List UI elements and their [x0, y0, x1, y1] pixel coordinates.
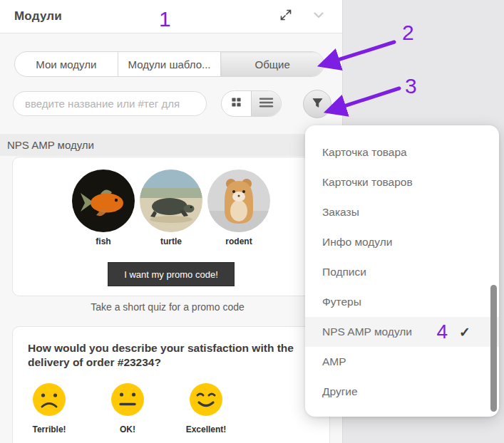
dropdown-item-label: Футеры: [322, 296, 361, 308]
view-toggle: [221, 90, 282, 117]
annotation-1: 1: [159, 9, 171, 30]
dropdown-item-info-modules[interactable]: Инфо модули: [305, 227, 499, 257]
nps-option-terrible: Terrible!: [33, 383, 66, 434]
checkmark-icon: ✓: [459, 324, 470, 340]
module-preview-quiz[interactable]: fish: [12, 157, 330, 296]
animal-label: turtle: [160, 236, 182, 246]
animal-option-rodent: rodent: [207, 170, 270, 246]
dropdown-item-nps-amp-modules[interactable]: NPS AMP модули 4 ✓: [305, 317, 499, 347]
promo-code-button: I want my promo code!: [108, 262, 235, 286]
dropdown-item-label: AMP: [322, 355, 346, 368]
expand-arrows-icon: [279, 8, 293, 25]
nps-option-label: Terrible!: [32, 424, 66, 434]
annotation-2: 2: [402, 22, 414, 43]
dropdown-item-label: Карточки товаров: [322, 176, 413, 189]
module-tabs: Мои модули Модули шабло... Общие: [14, 51, 324, 77]
panel-title: Модули: [14, 9, 62, 24]
nps-question: How would you describe your satisfaction…: [28, 341, 314, 370]
collapse-panel-button[interactable]: [311, 9, 326, 24]
filter-dropdown-menu: Карточка товара Карточки товаров Заказы …: [305, 125, 499, 417]
annotation-3: 3: [405, 75, 417, 97]
dropdown-item-orders[interactable]: Заказы: [305, 197, 499, 227]
neutral-face-icon: [111, 383, 144, 419]
grid-view-button[interactable]: [222, 91, 251, 116]
dropdown-item-label: Другие: [322, 385, 358, 398]
search-input[interactable]: [13, 91, 207, 116]
expand-panel-button[interactable]: [278, 9, 294, 24]
dropdown-scrollbar-thumb[interactable]: [490, 285, 497, 412]
nps-option-excellent: Excellent!: [190, 383, 222, 434]
animal-label: rodent: [225, 236, 252, 246]
list-view-button[interactable]: [251, 91, 281, 116]
dropdown-item-others[interactable]: Другие: [305, 377, 499, 407]
animal-option-fish: fish: [72, 170, 135, 246]
fish-image: [72, 170, 135, 235]
turtle-image: [140, 170, 202, 235]
tab-my-modules[interactable]: Мои модули: [15, 52, 118, 76]
dropdown-item-footers[interactable]: Футеры: [305, 287, 499, 317]
module-caption: Take a short quiz for a promo code: [0, 301, 335, 313]
dropdown-item-label: Заказы: [322, 206, 359, 219]
modules-panel-screen: Модули Мои модули Модули шабло... Общие: [0, 0, 504, 443]
dropdown-item-product-card[interactable]: Карточка товара: [305, 137, 499, 167]
dropdown-item-amp[interactable]: AMP: [305, 347, 499, 377]
dropdown-item-label: Подписи: [322, 266, 366, 278]
nps-options-row: Terrible! OK!: [13, 383, 329, 434]
panel-header: Модули: [0, 0, 342, 33]
nps-option-label: OK!: [120, 424, 135, 434]
rodent-image: [207, 170, 270, 235]
section-header-label: NPS AMP модули: [0, 139, 94, 151]
dropdown-item-signatures[interactable]: Подписи: [305, 257, 499, 287]
section-header: NPS AMP модули: [0, 134, 342, 156]
tab-template-modules[interactable]: Модули шабло...: [118, 52, 222, 76]
happy-face-icon: [190, 383, 222, 419]
animal-label: fish: [96, 236, 110, 246]
dropdown-item-label: Карточка товара: [322, 146, 407, 159]
module-preview-nps[interactable]: How would you describe your satisfaction…: [12, 326, 330, 443]
dropdown-item-label: Инфо модули: [322, 236, 392, 249]
nps-option-ok: OK!: [111, 383, 144, 434]
filter-button[interactable]: [303, 90, 331, 118]
dropdown-item-product-cards[interactable]: Карточки товаров: [305, 167, 499, 197]
nps-option-label: Excellent!: [186, 424, 227, 434]
grid-view-icon: [231, 97, 242, 110]
funnel-icon: [311, 96, 324, 113]
animal-option-turtle: turtle: [140, 170, 202, 246]
tab-general-modules[interactable]: Общие: [221, 52, 324, 76]
annotation-4: 4: [437, 322, 448, 342]
chevron-down-icon: [312, 8, 326, 25]
list-view-icon: [259, 97, 274, 111]
dropdown-item-label: NPS AMP модули: [322, 325, 412, 338]
sad-face-icon: [33, 383, 66, 419]
animal-options-row: fish: [13, 157, 329, 246]
